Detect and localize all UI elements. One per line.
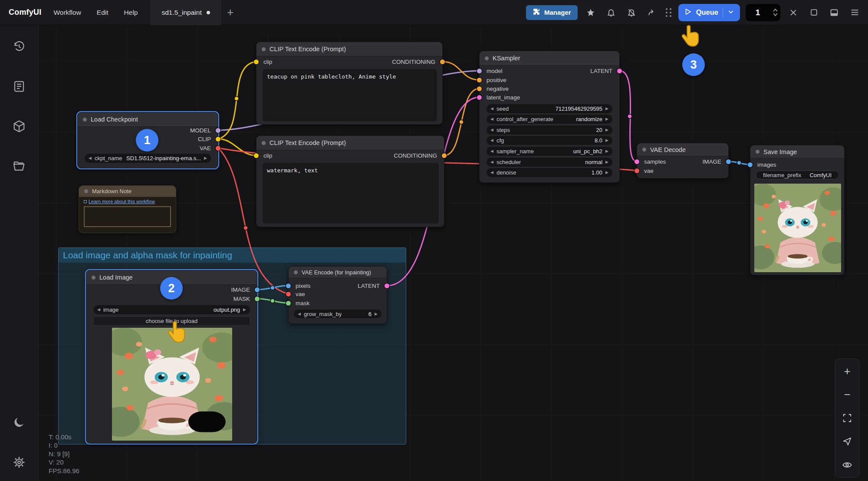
zoom-out-button[interactable]: − xyxy=(838,386,856,403)
stepper-right-icon[interactable]: ▶ xyxy=(243,305,246,314)
drag-handle-icon[interactable] xyxy=(666,8,672,17)
stepper-right-icon[interactable]: ▶ xyxy=(605,168,608,177)
input-slot-latent-image[interactable]: latent_image xyxy=(480,93,619,102)
output-slot-latent[interactable]: LATENT xyxy=(289,282,387,290)
input-slot-positive[interactable]: positive xyxy=(480,76,619,85)
node-header[interactable]: CLIP Text Encode (Prompt) xyxy=(256,42,442,56)
prompt-textarea[interactable]: watermark, text xyxy=(263,163,439,224)
input-slot-images[interactable]: images xyxy=(750,161,844,169)
menu-help[interactable]: Help xyxy=(124,9,138,16)
input-slot-negative[interactable]: negative xyxy=(480,85,619,93)
output-slot-conditioning[interactable]: CONDITIONING xyxy=(256,152,444,160)
group-header[interactable]: Load image and alpha mask for inpainting xyxy=(59,248,406,263)
zoom-in-button[interactable]: + xyxy=(838,362,856,380)
menu-workflow[interactable]: Workflow xyxy=(53,9,81,16)
stepper-right-icon[interactable]: ▶ xyxy=(375,310,378,319)
collapse-dot-icon[interactable] xyxy=(294,270,298,274)
input-port-vae[interactable] xyxy=(286,292,291,297)
node-clip-text-encode-negative[interactable]: CLIP Text Encode (Prompt) clip CONDITION… xyxy=(256,135,444,227)
node-vae-encode-inpaint[interactable]: VAE Encode (for Inpainting) pixels LATEN… xyxy=(288,266,387,324)
workflows-folder-icon[interactable] xyxy=(11,158,27,174)
stepper-right-icon[interactable]: ▶ xyxy=(605,125,608,135)
bell-slash-icon[interactable] xyxy=(624,5,639,20)
stepper-left-icon[interactable]: ◀ xyxy=(490,147,493,156)
input-port-mask[interactable] xyxy=(286,301,291,306)
stop-icon[interactable] xyxy=(806,5,821,20)
chevron-down-icon[interactable] xyxy=(727,8,734,17)
stepper-left-icon[interactable]: ◀ xyxy=(490,158,493,167)
output-port-image[interactable] xyxy=(255,287,260,292)
node-markdown-note[interactable]: Markdown Note Learn more about this work… xyxy=(79,185,176,233)
output-port-vae[interactable] xyxy=(216,146,220,151)
input-port-vae[interactable] xyxy=(635,168,639,173)
input-port-positive[interactable] xyxy=(477,78,482,82)
node-save-image[interactable]: Save Image images filename_prefix ComfyU… xyxy=(750,145,845,275)
queue-history-icon[interactable] xyxy=(11,39,27,54)
node-header[interactable]: KSampler xyxy=(480,51,619,66)
toggle-visibility-button[interactable] xyxy=(838,456,856,474)
node-header[interactable]: Save Image xyxy=(750,145,844,158)
collapse-dot-icon[interactable] xyxy=(83,118,87,122)
stepper-left-icon[interactable]: ◀ xyxy=(490,168,493,177)
output-image-preview[interactable] xyxy=(754,184,841,272)
workflow-help-link[interactable]: Learn more about this workflow xyxy=(89,199,155,204)
model-library-icon[interactable] xyxy=(11,119,27,134)
widget-image[interactable]: ◀ image output.png ▶ xyxy=(93,305,250,314)
batch-count-arrows[interactable] xyxy=(770,9,780,16)
output-slot-conditioning[interactable]: CONDITIONING xyxy=(256,58,442,66)
prompt-textarea[interactable]: teacup on pink tablecloth, Anime style xyxy=(263,69,437,121)
stepper-right-icon[interactable]: ▶ xyxy=(605,115,608,124)
stepper-left-icon[interactable]: ◀ xyxy=(298,310,301,319)
widget-grow-mask-by[interactable]: ◀ grow_mask_by 6 ▶ xyxy=(294,310,381,318)
stepper-right-icon[interactable]: ▶ xyxy=(605,104,608,113)
manager-button[interactable]: Manager xyxy=(526,5,578,20)
input-slot-vae[interactable]: vae xyxy=(637,167,728,175)
collapse-dot-icon[interactable] xyxy=(262,141,266,145)
collapse-dot-icon[interactable] xyxy=(642,148,646,152)
widget-denoise[interactable]: ◀ denoise 1.00 ▶ xyxy=(487,168,612,177)
input-slot-mask[interactable]: mask xyxy=(289,299,387,308)
node-library-icon[interactable] xyxy=(11,79,27,94)
stepper-left-icon[interactable]: ◀ xyxy=(490,125,493,135)
output-port-conditioning[interactable] xyxy=(440,59,445,64)
collapse-dot-icon[interactable] xyxy=(262,47,266,51)
collapse-dot-icon[interactable] xyxy=(485,56,489,60)
widget-sampler-name[interactable]: ◀ sampler_name uni_pc_bh2 ▶ xyxy=(487,147,612,156)
widget-control-after-generate[interactable]: ◀ control_after_generate randomize ▶ xyxy=(487,115,612,124)
stepper-left-icon[interactable]: ◀ xyxy=(97,305,100,314)
input-slot-vae[interactable]: vae xyxy=(289,290,387,299)
node-clip-text-encode-positive[interactable]: CLIP Text Encode (Prompt) clip CONDITION… xyxy=(256,42,443,125)
menu-edit[interactable]: Edit xyxy=(97,9,108,16)
bell-icon[interactable] xyxy=(604,5,618,20)
input-port-negative[interactable] xyxy=(477,86,482,91)
collapse-dot-icon[interactable] xyxy=(92,276,95,280)
collapse-dot-icon[interactable] xyxy=(84,189,88,193)
stepper-right-icon[interactable]: ▶ xyxy=(605,158,608,167)
bottom-panel-icon[interactable] xyxy=(827,5,842,20)
widget-steps[interactable]: ◀ steps 20 ▶ xyxy=(487,125,612,135)
node-header[interactable]: VAE Decode xyxy=(637,143,728,156)
collapse-dot-icon[interactable] xyxy=(756,150,760,154)
output-port-latent[interactable] xyxy=(617,69,622,73)
node-header[interactable]: CLIP Text Encode (Prompt) xyxy=(256,136,444,150)
menu-icon[interactable] xyxy=(847,5,862,20)
workflow-tab[interactable]: sd1.5_inpaint xyxy=(151,0,220,25)
stepper-left-icon[interactable]: ◀ xyxy=(490,104,493,113)
stepper-right-icon[interactable]: ▶ xyxy=(204,154,207,163)
output-port-image[interactable] xyxy=(726,159,731,164)
stepper-left-icon[interactable]: ◀ xyxy=(89,154,92,163)
widget-cfg[interactable]: ◀ cfg 8.0 ▶ xyxy=(487,136,612,145)
close-icon[interactable] xyxy=(786,5,801,20)
widget-filename-prefix[interactable]: filename_prefix ComfyUI xyxy=(756,171,839,179)
stepper-left-icon[interactable]: ◀ xyxy=(490,115,493,124)
widget-seed[interactable]: ◀ seed 712195462929595 ▶ xyxy=(487,104,612,113)
share-icon[interactable] xyxy=(644,5,659,20)
stepper-right-icon[interactable]: ▶ xyxy=(605,147,608,156)
select-mode-button[interactable] xyxy=(838,433,856,450)
node-header[interactable]: Markdown Note xyxy=(79,186,176,197)
input-port-latent-image[interactable] xyxy=(477,95,482,100)
theme-toggle-moon-icon[interactable] xyxy=(11,415,27,430)
new-tab-button[interactable]: + xyxy=(221,3,240,22)
output-port-mask[interactable] xyxy=(255,297,260,301)
node-header[interactable]: VAE Encode (for Inpainting) xyxy=(289,267,387,278)
